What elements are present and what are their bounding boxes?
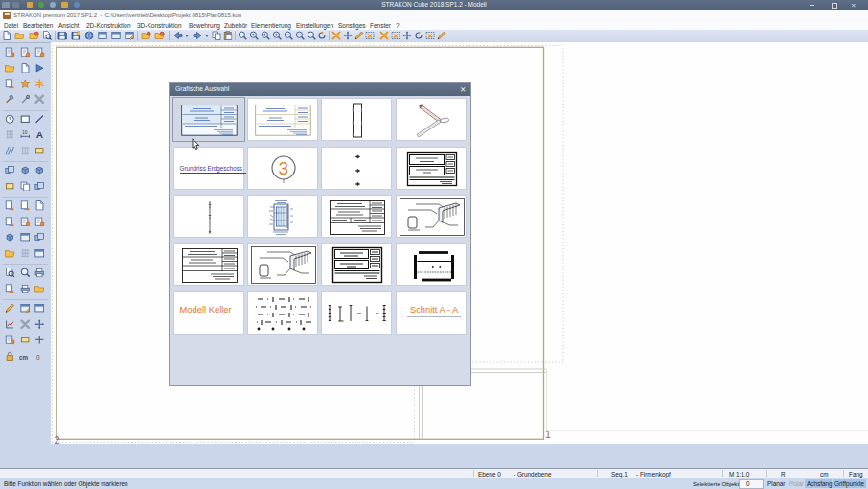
svg-text:2: 2 bbox=[55, 434, 60, 446]
svg-text:1: 1 bbox=[545, 430, 551, 440]
svg-text:3: 3 bbox=[278, 158, 288, 178]
